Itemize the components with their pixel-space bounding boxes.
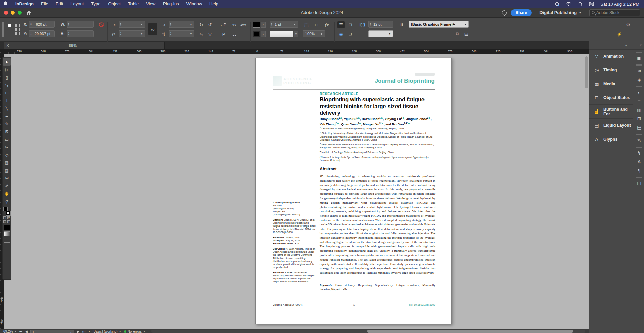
spotlight-search-icon[interactable] <box>577 2 583 6</box>
menu-plugins[interactable]: Plug-Ins <box>159 0 183 8</box>
page-tool[interactable]: ▯ <box>3 73 11 81</box>
share-button[interactable]: Share <box>511 9 532 16</box>
constrain-dimensions-icon[interactable]: 🚫 <box>98 21 105 28</box>
direct-selection-tool[interactable]: ▷ <box>3 66 11 73</box>
export-page-icon[interactable]: ⧉ <box>454 31 461 37</box>
cc-libraries-panel-icon[interactable]: ▤ <box>635 123 644 132</box>
stroke-menu-button[interactable]: › <box>261 31 266 37</box>
apple-menu-icon[interactable] <box>0 1 11 7</box>
apply-gradient-button[interactable] <box>4 231 10 236</box>
pencil-tool[interactable]: ✎ <box>3 120 11 128</box>
orcid-icon[interactable] <box>408 123 410 124</box>
selection-tool[interactable]: ➤ <box>3 58 11 66</box>
stepper-icon[interactable]: ▲▼ <box>30 31 33 36</box>
content-collector-tool[interactable]: ⊡ <box>3 89 11 97</box>
orcid-icon[interactable] <box>403 117 404 119</box>
scale-x-dropdown[interactable]: ▲▼▼ <box>119 30 145 37</box>
flow-tree-icon[interactable]: ⚯ <box>231 21 238 28</box>
stroke-swatch[interactable] <box>6 211 10 215</box>
rotate-ccw-icon[interactable]: ↺ <box>206 21 214 28</box>
menu-file[interactable]: File <box>37 0 52 8</box>
links-panel-icon[interactable]: ∞ <box>635 66 644 75</box>
zoom-level-control[interactable]: 69.2%▼ <box>3 330 17 333</box>
menu-indesign[interactable]: InDesign <box>11 0 37 8</box>
default-swatches-icon[interactable]: ◱ <box>3 216 6 219</box>
last-page-button[interactable]: ⏭ <box>82 330 85 333</box>
quick-actions-icon[interactable]: ⚡ <box>616 31 623 37</box>
orcid-icon[interactable] <box>359 123 361 124</box>
line-tool[interactable]: ╲ <box>3 104 11 112</box>
layers-panel-icon[interactable]: ◈ <box>635 75 644 84</box>
pages-panel-icon[interactable]: ▣ <box>635 54 644 62</box>
fill-stroke-swatches[interactable] <box>3 207 11 215</box>
opacity-dropdown[interactable]: 100%▶ <box>303 30 325 37</box>
document-tab[interactable]: ✕ 69% <box>4 42 165 49</box>
stroke-type-dropdown[interactable]: ▼ <box>368 30 393 37</box>
dock-panel-buttons-and-for[interactable]: ☝Buttons and For... <box>589 105 633 119</box>
swatches-panel-icon[interactable]: ⊞ <box>635 114 644 123</box>
frame-fitting-icon[interactable]: ⣏⣹ <box>359 21 366 28</box>
next-page-button[interactable]: ▶ <box>77 330 80 333</box>
pen-tool[interactable]: ✒ <box>3 112 11 120</box>
object-styles-panel-icon[interactable]: ❏ <box>635 179 644 188</box>
wrap-bounding-box-icon[interactable]: ⊟ <box>347 21 354 28</box>
learn-icon[interactable] <box>502 10 507 15</box>
gradient-feather-tool[interactable]: ▨ <box>3 166 11 174</box>
select-container-icon[interactable]: ⌐P <box>220 21 227 28</box>
rotation-angle-dropdown[interactable]: ▲▼▼ <box>119 21 145 28</box>
flip-vertical-icon[interactable]: ⇅ <box>160 31 167 37</box>
effects-fx-icon[interactable]: ƒx <box>323 21 330 28</box>
y-position-field[interactable]: ▲▼29.937 pt <box>29 30 55 37</box>
stroke-style-menu[interactable]: ▼ <box>294 31 298 37</box>
formatting-container-icon[interactable]: □ <box>3 220 6 223</box>
column-icon[interactable]: ⚎ <box>231 31 238 37</box>
note-tool[interactable]: ✉ <box>3 174 11 182</box>
horizontal-ruler[interactable]: 7206485765044323602882161447207214421628… <box>4 49 589 54</box>
formatting-text-icon[interactable]: T <box>7 220 10 223</box>
stepper-icon[interactable]: ▲▼ <box>30 22 33 27</box>
window-minimize-button[interactable] <box>11 11 15 15</box>
width-field[interactable]: ▲▼ <box>67 21 94 28</box>
height-field[interactable]: ▲▼ <box>67 30 94 37</box>
stroke-style-preview[interactable] <box>270 31 293 37</box>
panel-gear-icon[interactable]: ⚙ <box>624 21 632 28</box>
shear-dropdown[interactable]: ▲▼▼ <box>169 21 194 28</box>
dock-panel-media[interactable]: ▦Media <box>589 77 633 91</box>
auto-fit-grid-icon[interactable]: ⠿ <box>398 21 405 28</box>
flip-horizontal-icon[interactable]: ⇄ <box>110 31 117 37</box>
home-button[interactable] <box>25 10 32 16</box>
gap-tool[interactable]: ⇆ <box>3 81 11 89</box>
drop-shadow-icon[interactable]: ⊒ <box>347 31 354 37</box>
scissors-tool[interactable]: ✂ <box>3 143 11 151</box>
stroke-panel-icon[interactable]: ≡ <box>635 97 644 105</box>
preflight-profile-menu[interactable]: [Basic] (working)▼ <box>93 330 121 333</box>
apply-color-button[interactable] <box>4 225 10 230</box>
adobe-stock-search[interactable]: Adobe Stock <box>589 9 640 16</box>
menu-type[interactable]: Type <box>87 0 104 8</box>
document-page[interactable]: ACCSCIENCEPUBLISHING Journal of Bioprint… <box>255 58 452 324</box>
preflight-icon[interactable]: ◔ <box>88 330 90 333</box>
menu-table[interactable]: Table <box>124 0 142 8</box>
document-canvas[interactable]: ACCSCIENCEPUBLISHING Journal of Bioprint… <box>4 54 589 329</box>
dock-panel-timing[interactable]: ◷Timing <box>589 63 633 77</box>
menu-window[interactable]: Window <box>183 0 206 8</box>
swap-fill-stroke-icon[interactable]: ⇄ <box>7 216 10 219</box>
tab-close-icon[interactable]: ✕ <box>4 43 11 48</box>
dock-panel-object-states[interactable]: ⊡Object States <box>589 91 633 105</box>
stepper-icon[interactable]: ▲▼ <box>68 22 71 27</box>
object-style-dropdown[interactable]: [Basic Graphics Frame]+▼ <box>409 21 469 28</box>
control-center-icon[interactable] <box>589 2 595 6</box>
vertical-scrollbar[interactable] <box>585 56 588 306</box>
menu-edit[interactable]: Edit <box>52 0 67 8</box>
orcid-icon[interactable] <box>358 117 360 119</box>
first-page-button[interactable]: ⏮ <box>19 330 22 333</box>
menu-bar-clock[interactable]: Sat 10 Aug 3:12 PM <box>600 2 639 7</box>
type-tool[interactable]: T <box>3 97 11 104</box>
dock-panel-glyphs[interactable]: AGlyphs <box>589 132 633 146</box>
eyedropper-tool[interactable]: ✐ <box>3 182 11 190</box>
wrap-offset-field[interactable]: ▲▼12 pt <box>368 21 393 28</box>
wifi-icon[interactable] <box>566 2 572 6</box>
screen-mode-button[interactable] <box>4 238 10 243</box>
corner-shape-icon[interactable]: □ <box>313 21 320 28</box>
wrap-none-icon[interactable]: ☰ <box>337 21 345 28</box>
